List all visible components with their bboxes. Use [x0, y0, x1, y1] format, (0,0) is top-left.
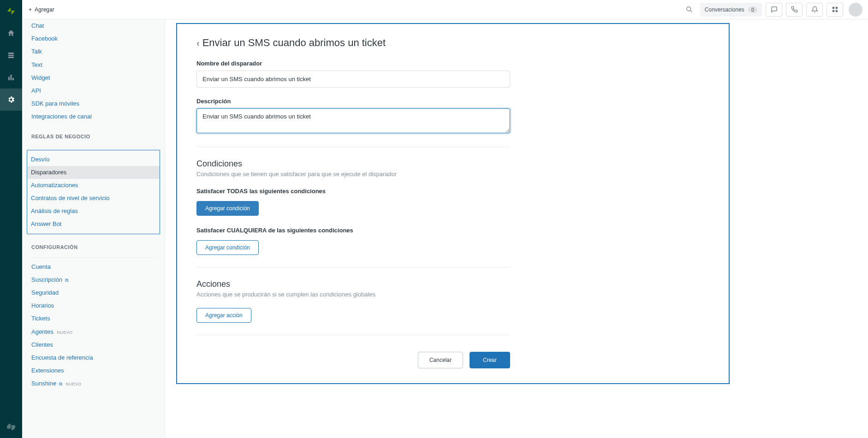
sidebar-item[interactable]: Suscripción ⧉	[28, 273, 159, 286]
nav-rail	[0, 0, 22, 438]
sidebar-heading-rules: REGLAS DE NEGOCIO	[22, 124, 165, 144]
sidebar-item[interactable]: API	[28, 84, 159, 97]
back-chevron-icon[interactable]: ‹	[196, 38, 200, 47]
svg-rect-2	[832, 7, 834, 9]
sidebar-item[interactable]: Facebook	[28, 32, 159, 45]
conversations-count: 0	[748, 6, 757, 13]
divider	[196, 335, 510, 335]
sidebar-item[interactable]: Integraciones de canal	[28, 110, 159, 123]
sidebar-item[interactable]: Talk	[28, 45, 159, 58]
notifications-button[interactable]	[806, 3, 823, 17]
plus-icon: +	[29, 6, 32, 13]
cancel-button[interactable]: Cancelar	[418, 352, 463, 368]
panel-title-text: Enviar un SMS cuando abrimos un ticket	[202, 37, 386, 49]
any-conditions-label: Satisfacer CUALQUIERA de las siguientes …	[196, 227, 709, 234]
sidebar-item[interactable]: Chat	[28, 19, 159, 32]
search-button[interactable]	[683, 3, 696, 17]
rail-reports[interactable]	[0, 66, 22, 89]
top-header: + Agregar Conversaciones 0	[22, 0, 868, 19]
conditions-desc: Condiciones que se tienen que satisfacer…	[196, 171, 709, 178]
actions-title: Acciones	[196, 279, 709, 289]
sidebar-item[interactable]: Clientes	[28, 338, 159, 351]
trigger-name-input[interactable]	[196, 71, 510, 88]
main-content: ‹ Enviar un SMS cuando abrimos un ticket…	[165, 19, 868, 438]
trigger-desc-label: Descripción	[196, 98, 709, 105]
sidebar-item[interactable]: Sunshine ⧉ NUEVO	[28, 377, 159, 390]
sidebar-item[interactable]: Análisis de reglas	[27, 205, 160, 218]
divider	[196, 147, 510, 147]
add-tab-label: Agregar	[35, 6, 54, 13]
apps-button[interactable]	[826, 3, 843, 17]
conversations-button[interactable]: Conversaciones 0	[700, 3, 762, 17]
rail-admin[interactable]	[0, 89, 22, 111]
sidebar-item[interactable]: Disparadores	[27, 166, 160, 179]
actions-desc: Acciones que se producirán si se cumplen…	[196, 291, 709, 298]
sidebar-item[interactable]: SDK para móviles	[28, 97, 159, 110]
sidebar-item[interactable]: Seguridad	[28, 286, 159, 299]
add-tab-button[interactable]: + Agregar	[22, 0, 61, 19]
svg-line-1	[690, 10, 692, 12]
all-conditions-label: Satisfacer TODAS las siguientes condicio…	[196, 188, 709, 195]
sidebar-item[interactable]: Automatizaciones	[27, 179, 160, 192]
rail-home[interactable]	[0, 22, 22, 44]
add-any-condition-button[interactable]: Agregar condición	[196, 240, 259, 255]
new-badge: NUEVO	[57, 330, 72, 335]
sidebar-item[interactable]: Desvío	[27, 153, 160, 166]
sidebar-item[interactable]: Extensiones	[28, 364, 159, 377]
svg-rect-5	[835, 10, 837, 12]
add-action-button[interactable]: Agregar acción	[196, 308, 251, 323]
zendesk-icon[interactable]	[0, 416, 22, 438]
footer-actions: Cancelar Crear	[196, 347, 510, 368]
sidebar-item[interactable]: Horarios	[28, 299, 159, 312]
external-link-icon: ⧉	[65, 278, 68, 283]
user-avatar[interactable]	[849, 3, 862, 17]
chat-button[interactable]	[766, 3, 782, 17]
trigger-form-panel: ‹ Enviar un SMS cuando abrimos un ticket…	[176, 23, 730, 384]
panel-title: ‹ Enviar un SMS cuando abrimos un ticket	[196, 37, 709, 49]
divider	[196, 267, 510, 267]
sidebar-item[interactable]: Tickets	[28, 312, 159, 325]
svg-rect-3	[835, 7, 837, 9]
conditions-title: Condiciones	[196, 159, 709, 169]
conversations-label: Conversaciones	[705, 6, 744, 13]
sidebar-item[interactable]: Text	[28, 59, 159, 71]
svg-point-0	[687, 7, 691, 11]
external-link-icon: ⧉	[59, 381, 62, 386]
settings-sidebar: ChatFacebookTalkTextWidgetAPISDK para mó…	[22, 19, 165, 438]
new-badge: NUEVO	[65, 382, 81, 386]
sidebar-item[interactable]: Agentes NUEVO	[28, 326, 159, 338]
trigger-desc-input[interactable]	[196, 108, 510, 133]
sidebar-item[interactable]: Encuesta de referencia	[28, 351, 159, 364]
logo-icon	[0, 0, 22, 22]
sidebar-item[interactable]: Widget	[28, 71, 159, 84]
svg-rect-4	[832, 10, 834, 12]
create-button[interactable]: Crear	[470, 352, 510, 368]
sidebar-item[interactable]: Answer Bot	[27, 218, 160, 231]
sidebar-item[interactable]: Contratos de nivel de servicio	[27, 192, 160, 205]
add-all-condition-button[interactable]: Agregar condición	[196, 201, 259, 216]
rail-views[interactable]	[0, 44, 22, 66]
phone-button[interactable]	[786, 3, 803, 17]
trigger-name-label: Nombre del disparador	[196, 60, 709, 67]
sidebar-heading-config: CONFIGURACIÓN	[22, 234, 165, 255]
sidebar-item[interactable]: Cuenta	[28, 260, 159, 273]
